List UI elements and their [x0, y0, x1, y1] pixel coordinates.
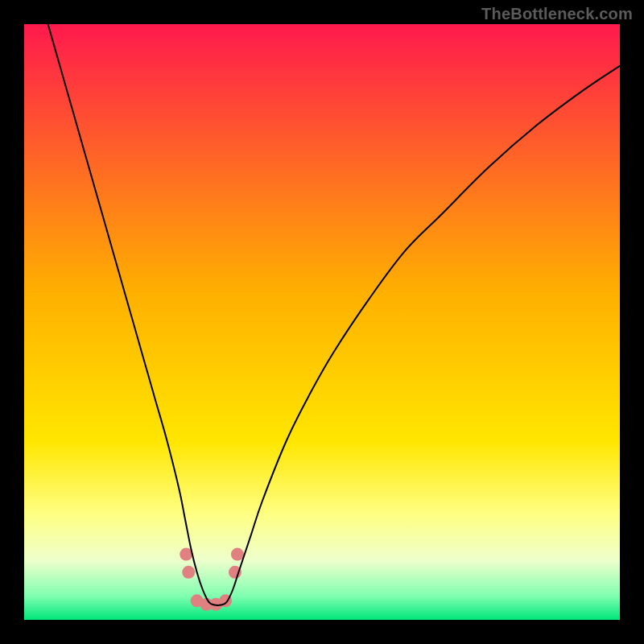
watermark-text: TheBottleneck.com — [481, 5, 633, 23]
marker-dot — [182, 566, 195, 579]
marker-dot — [231, 548, 244, 561]
plot-area — [24, 24, 620, 620]
gradient-background — [24, 24, 620, 620]
plot-svg — [24, 24, 620, 620]
chart-frame: TheBottleneck.com — [0, 0, 644, 644]
